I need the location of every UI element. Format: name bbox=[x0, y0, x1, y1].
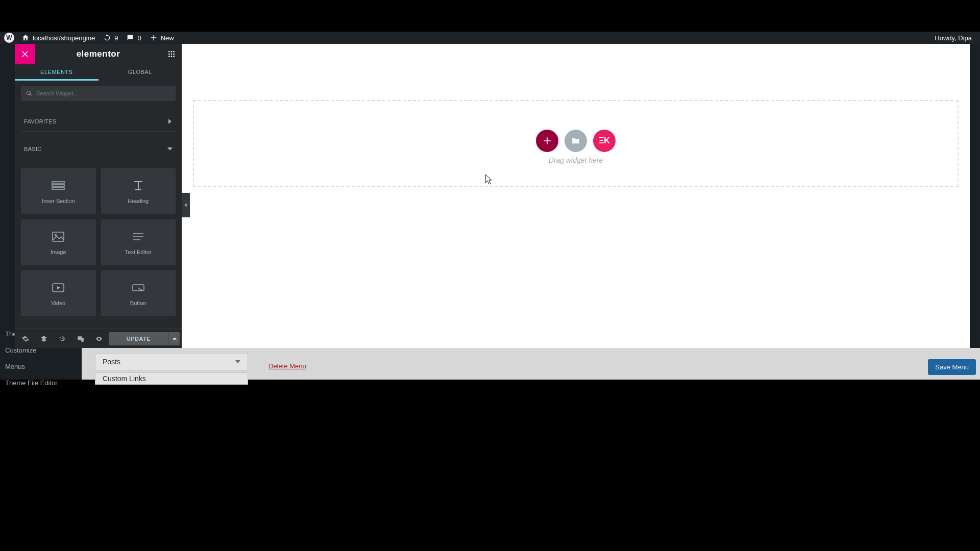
panel-collapse-button[interactable] bbox=[182, 193, 190, 217]
widget-label: Inner Section bbox=[42, 198, 75, 204]
panel-body: FAVORITES BASIC Inner Section Heading bbox=[15, 81, 182, 329]
widget-video[interactable]: Video bbox=[21, 270, 96, 316]
update-button[interactable]: UPDATE bbox=[109, 332, 168, 345]
widget-label: Text Editor bbox=[125, 249, 152, 255]
close-icon bbox=[20, 49, 30, 59]
widget-grid: Inner Section Heading Image Text Editor … bbox=[21, 168, 176, 316]
text-editor-icon bbox=[131, 230, 145, 244]
updates-link[interactable]: 9 bbox=[99, 32, 122, 44]
search-input[interactable] bbox=[36, 90, 170, 96]
svg-point-13 bbox=[55, 234, 57, 236]
panel-tabs: ELEMENTS GLOBAL bbox=[15, 64, 182, 81]
grid-icon bbox=[167, 50, 176, 58]
widget-image[interactable]: Image bbox=[21, 219, 96, 265]
new-link[interactable]: New bbox=[145, 32, 178, 44]
svg-point-2 bbox=[173, 51, 175, 53]
category-basic[interactable]: BASIC bbox=[21, 139, 176, 159]
close-editor-button[interactable] bbox=[15, 44, 35, 64]
update-options-button[interactable] bbox=[168, 332, 180, 345]
svg-rect-11 bbox=[52, 188, 64, 189]
posts-accordion[interactable]: Posts bbox=[95, 353, 248, 370]
eye-icon bbox=[95, 335, 103, 342]
svg-rect-9 bbox=[52, 182, 64, 183]
tab-global[interactable]: GLOBAL bbox=[99, 64, 182, 81]
comment-icon bbox=[126, 34, 134, 42]
svg-point-4 bbox=[171, 54, 173, 55]
home-icon bbox=[21, 34, 30, 42]
button-icon bbox=[131, 281, 145, 295]
site-link[interactable]: localhost/shopengine bbox=[17, 32, 99, 44]
responsive-icon bbox=[77, 335, 84, 342]
responsive-button[interactable] bbox=[72, 331, 89, 346]
search-wrap bbox=[21, 86, 176, 101]
delete-menu-link[interactable]: Delete Menu bbox=[268, 362, 306, 370]
comments-link[interactable]: 0 bbox=[122, 32, 145, 44]
site-name: localhost/shopengine bbox=[33, 34, 95, 42]
svg-point-0 bbox=[168, 51, 170, 53]
svg-point-5 bbox=[173, 54, 175, 55]
widget-label: Heading bbox=[128, 198, 149, 204]
panel-header: elementor bbox=[15, 44, 182, 64]
add-section-button[interactable] bbox=[536, 130, 558, 152]
image-icon bbox=[51, 230, 65, 244]
svg-rect-12 bbox=[53, 232, 64, 241]
widget-heading[interactable]: Heading bbox=[101, 168, 176, 214]
svg-point-6 bbox=[168, 56, 170, 57]
svg-point-3 bbox=[168, 54, 170, 55]
svg-rect-20 bbox=[81, 338, 84, 341]
panel-title: elementor bbox=[35, 49, 161, 59]
svg-rect-10 bbox=[52, 185, 64, 186]
widget-label: Image bbox=[51, 249, 66, 255]
drop-text: Drag widget here bbox=[549, 156, 603, 164]
editor-canvas[interactable]: ΞK Drag widget here bbox=[182, 44, 970, 348]
posts-label: Posts bbox=[103, 358, 120, 366]
widget-button[interactable]: Button bbox=[101, 270, 176, 316]
widget-text-editor[interactable]: Text Editor bbox=[101, 219, 176, 265]
video-icon bbox=[51, 281, 65, 295]
ek-icon: ΞK bbox=[599, 136, 610, 145]
update-button-group: UPDATE bbox=[109, 332, 180, 345]
caret-up-icon bbox=[173, 337, 177, 341]
settings-button[interactable] bbox=[17, 331, 34, 346]
inner-section-icon bbox=[51, 179, 65, 193]
chevron-down-icon bbox=[235, 359, 240, 364]
panel-menu-button[interactable] bbox=[161, 44, 182, 64]
heading-icon bbox=[131, 179, 145, 193]
preview-button[interactable] bbox=[90, 331, 108, 346]
svg-point-8 bbox=[173, 56, 175, 57]
new-label: New bbox=[161, 34, 174, 42]
howdy-link[interactable]: Howdy, Dipa bbox=[930, 32, 976, 44]
custom-links-accordion[interactable]: Custom Links bbox=[95, 372, 248, 385]
elementor-panel: elementor ELEMENTS GLOBAL FAVORITES BASI… bbox=[15, 44, 182, 348]
chevron-right-icon bbox=[167, 119, 173, 124]
category-favorites[interactable]: FAVORITES bbox=[21, 111, 176, 132]
plus-icon bbox=[150, 34, 158, 42]
save-menu-button[interactable]: Save Menu bbox=[928, 359, 976, 375]
wp-admin-content: Posts Custom Links Delete Menu Save Menu bbox=[82, 348, 980, 380]
chevron-down-icon bbox=[167, 146, 173, 152]
drop-area[interactable]: ΞK Drag widget here bbox=[193, 100, 959, 187]
wp-admin-bar: W localhost/shopengine 9 0 New Howdy, Di… bbox=[0, 32, 980, 44]
widget-label: Button bbox=[130, 300, 146, 306]
history-button[interactable] bbox=[54, 331, 71, 346]
refresh-icon bbox=[103, 34, 111, 42]
template-library-button[interactable] bbox=[565, 130, 587, 152]
svg-rect-19 bbox=[78, 336, 82, 340]
wordpress-logo-icon[interactable]: W bbox=[4, 33, 14, 43]
gear-icon bbox=[22, 335, 29, 342]
basic-label: BASIC bbox=[24, 146, 42, 152]
plus-icon bbox=[542, 136, 552, 146]
tab-elements[interactable]: ELEMENTS bbox=[15, 64, 99, 81]
folder-icon bbox=[571, 136, 580, 145]
comments-count: 0 bbox=[137, 34, 141, 42]
favorites-label: FAVORITES bbox=[24, 118, 57, 124]
history-icon bbox=[59, 335, 66, 342]
svg-point-7 bbox=[171, 56, 173, 57]
wp-menu-menus[interactable]: Menus bbox=[0, 358, 30, 374]
elementskit-button[interactable]: ΞK bbox=[593, 130, 616, 152]
panel-footer: UPDATE bbox=[15, 329, 182, 348]
svg-point-1 bbox=[171, 51, 173, 53]
widget-inner-section[interactable]: Inner Section bbox=[21, 168, 96, 214]
wp-menu-theme-file-editor[interactable]: Theme File Editor bbox=[0, 374, 63, 391]
navigator-button[interactable] bbox=[35, 331, 53, 346]
